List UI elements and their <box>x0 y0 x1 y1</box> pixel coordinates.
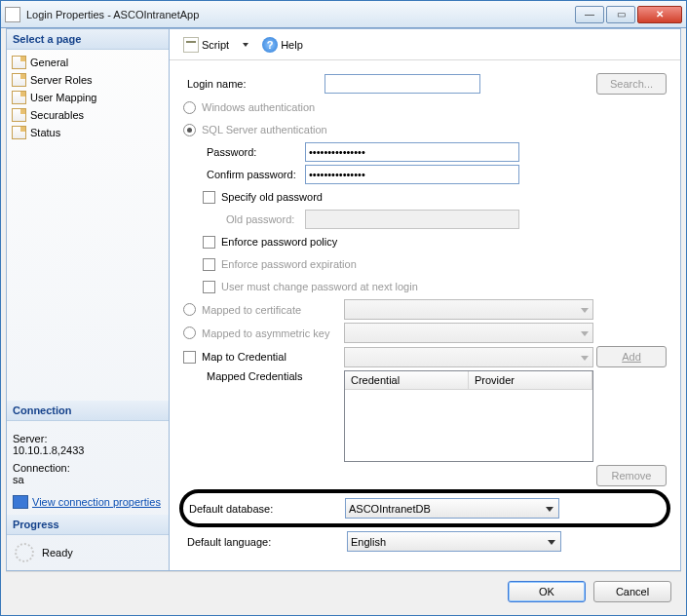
view-connection-properties-link[interactable]: View connection properties <box>13 495 163 509</box>
connection-value: sa <box>13 474 163 485</box>
page-icon <box>12 56 26 69</box>
enforce-policy-checkbox[interactable] <box>203 236 215 249</box>
old-password-input <box>305 210 519 229</box>
help-button[interactable]: ? Help <box>258 35 307 55</box>
certificate-combo <box>344 299 593 320</box>
progress-spinner-icon <box>15 543 34 562</box>
close-button[interactable]: ✕ <box>637 6 682 23</box>
sidebar-item-label: Securables <box>30 109 84 121</box>
script-dropdown-icon[interactable] <box>243 43 248 47</box>
maximize-button[interactable]: ▭ <box>606 6 635 23</box>
sql-auth-radio <box>183 124 196 136</box>
windows-auth-label: Windows authentication <box>202 101 315 113</box>
default-database-combo[interactable]: ASCOIntranetDB <box>345 498 559 519</box>
page-icon <box>12 73 26 87</box>
windows-auth-radio <box>183 101 196 114</box>
server-label: Server: <box>13 433 163 444</box>
col-credential: Credential <box>345 371 469 390</box>
sidebar-item-label: User Mapping <box>30 92 96 103</box>
window-title: Login Properties - ASCOIntranetApp <box>26 9 573 20</box>
login-name-input[interactable] <box>324 74 480 94</box>
asymmetric-key-combo <box>344 323 593 343</box>
password-label: Password: <box>183 146 305 158</box>
minimize-button[interactable]: — <box>575 6 604 23</box>
confirm-password-input[interactable] <box>305 165 519 184</box>
default-language-combo[interactable]: English <box>347 531 561 552</box>
mapped-credentials-label: Mapped Credentials <box>183 370 344 382</box>
connection-icon <box>13 495 28 509</box>
page-icon <box>12 126 26 139</box>
credentials-header: Credential Provider <box>345 371 592 390</box>
script-icon <box>183 37 199 53</box>
enforce-expiration-checkbox <box>203 258 215 271</box>
ok-button[interactable]: OK <box>508 581 586 602</box>
connection-header: Connection <box>7 401 169 421</box>
specify-old-password-label: Specify old password <box>221 191 323 203</box>
mapped-certificate-radio <box>183 303 196 316</box>
connection-info: Server: 10.10.1.8,2433 Connection: sa Vi… <box>7 421 169 515</box>
select-page-header: Select a page <box>7 29 169 50</box>
progress-status: Ready <box>42 547 73 558</box>
script-label: Script <box>202 39 229 51</box>
sidebar-item-server-roles[interactable]: Server Roles <box>9 71 167 89</box>
page-list: General Server Roles User Mapping Secura… <box>7 50 169 145</box>
remove-credential-button: Remove <box>596 465 667 486</box>
sidebar-item-label: Status <box>30 127 60 138</box>
credentials-table[interactable]: Credential Provider <box>344 370 593 462</box>
cancel-button[interactable]: Cancel <box>593 581 671 602</box>
app-icon <box>5 7 20 22</box>
toolbar: Script ? Help <box>170 29 680 60</box>
default-database-value: ASCOIntranetDB <box>349 503 431 515</box>
search-button: Search... <box>596 73 667 95</box>
password-input[interactable] <box>305 142 519 162</box>
enforce-policy-label: Enforce password policy <box>221 236 337 248</box>
form-area: Login name: Search... Windows authentica… <box>170 60 680 570</box>
server-value: 10.10.1.8,2433 <box>13 444 163 456</box>
credential-combo <box>344 347 593 367</box>
window-buttons: — ▭ ✕ <box>573 6 682 23</box>
specify-old-password-checkbox[interactable] <box>203 191 215 204</box>
enforce-expiration-label: Enforce password expiration <box>221 258 357 270</box>
page-icon <box>12 91 26 104</box>
sidebar-item-user-mapping[interactable]: User Mapping <box>9 89 167 106</box>
mapped-certificate-label: Mapped to certificate <box>202 304 344 316</box>
help-label: Help <box>281 39 303 51</box>
default-database-label: Default database: <box>189 503 345 515</box>
connection-label: Connection: <box>13 462 163 474</box>
login-name-label: Login name: <box>183 78 324 90</box>
mapped-asymmetric-label: Mapped to asymmetric key <box>202 327 344 339</box>
old-password-label: Old password: <box>183 213 305 225</box>
help-icon: ? <box>262 37 278 53</box>
mapped-asymmetric-radio <box>183 327 196 339</box>
sidebar-item-label: General <box>30 57 68 68</box>
map-credential-label: Map to Credential <box>202 351 344 363</box>
page-icon <box>12 108 26 122</box>
link-label: View connection properties <box>32 496 161 508</box>
progress-header: Progress <box>7 515 169 535</box>
confirm-password-label: Confirm password: <box>183 169 305 180</box>
default-database-highlight: Default database: ASCOIntranetDB <box>179 489 670 527</box>
progress-body: Ready <box>7 535 169 570</box>
script-button[interactable]: Script <box>179 35 233 55</box>
sidebar-item-label: Server Roles <box>30 74 93 86</box>
dialog-window: Login Properties - ASCOIntranetApp — ▭ ✕… <box>0 0 687 616</box>
default-language-value: English <box>351 536 386 548</box>
main-panel: Script ? Help Login name: Search... <box>170 28 681 571</box>
titlebar[interactable]: Login Properties - ASCOIntranetApp — ▭ ✕ <box>1 1 686 28</box>
default-language-label: Default language: <box>183 536 347 548</box>
must-change-password-checkbox <box>203 281 215 293</box>
add-credential-button: Add <box>596 346 667 367</box>
must-change-password-label: User must change password at next login <box>221 281 418 292</box>
dialog-footer: OK Cancel <box>6 571 681 610</box>
sidebar-item-securables[interactable]: Securables <box>9 106 167 124</box>
sidebar-item-general[interactable]: General <box>9 54 167 71</box>
sidebar: Select a page General Server Roles User … <box>6 28 170 571</box>
sidebar-item-status[interactable]: Status <box>9 124 167 141</box>
map-credential-checkbox[interactable] <box>183 351 196 364</box>
col-provider: Provider <box>469 371 592 390</box>
sql-auth-label: SQL Server authentication <box>202 124 327 135</box>
